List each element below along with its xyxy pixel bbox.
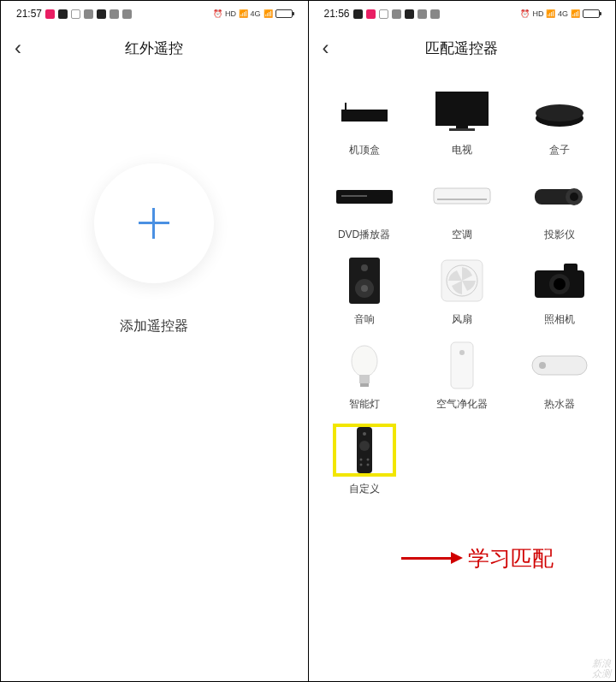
page-title: 匹配遥控器 <box>309 39 616 58</box>
app-icon <box>84 9 93 19</box>
device-label: 照相机 <box>544 312 575 327</box>
svg-point-33 <box>359 441 370 451</box>
signal-icon: 📶 4G <box>239 9 261 18</box>
status-bar: 21:56 ⏰ HD 📶 4G 📶 <box>309 1 616 27</box>
svg-rect-2 <box>435 92 489 126</box>
app-icon <box>405 9 414 19</box>
app-icon <box>110 9 119 19</box>
battery-icon <box>583 9 600 18</box>
device-label: 智能灯 <box>349 397 380 412</box>
device-label: 空调 <box>452 228 472 242</box>
svg-point-13 <box>570 193 578 201</box>
fan-icon <box>430 254 494 307</box>
svg-point-15 <box>361 264 368 271</box>
device-ac[interactable]: 空调 <box>413 163 511 247</box>
svg-point-37 <box>366 464 369 466</box>
svg-rect-25 <box>359 375 370 383</box>
svg-point-28 <box>459 350 465 355</box>
device-label: 电视 <box>452 143 472 157</box>
app-icon <box>122 9 132 19</box>
device-label: 投影仪 <box>544 228 575 242</box>
device-label: 音响 <box>354 312 375 327</box>
add-remote-label: 添加遥控器 <box>120 317 188 335</box>
svg-rect-26 <box>360 383 369 387</box>
dvd-icon <box>333 169 396 222</box>
svg-point-34 <box>359 459 362 461</box>
svg-point-30 <box>539 362 546 369</box>
device-settopbox[interactable]: 机顶盒 <box>316 78 413 163</box>
device-fan[interactable]: 风扇 <box>413 247 511 332</box>
annotation-arrow <box>401 557 453 560</box>
svg-rect-8 <box>341 195 367 197</box>
device-bulb[interactable]: 智能灯 <box>316 332 413 417</box>
svg-point-35 <box>366 459 369 461</box>
hd-icon: HD <box>225 9 236 18</box>
device-label: 风扇 <box>452 312 472 327</box>
app-icon <box>45 9 55 19</box>
status-time: 21:56 <box>324 8 350 20</box>
svg-point-36 <box>359 464 362 466</box>
device-speaker[interactable]: 音响 <box>316 247 413 332</box>
page-title: 红外遥控 <box>1 39 308 58</box>
svg-rect-27 <box>451 342 473 388</box>
app-icon <box>366 9 376 19</box>
speaker-icon <box>333 254 396 307</box>
back-button[interactable]: ‹ <box>15 38 21 58</box>
device-camera[interactable]: 照相机 <box>511 247 608 332</box>
phone-right: 21:56 ⏰ HD 📶 4G 📶 ‹ 匹配遥控器 <box>309 1 616 681</box>
svg-rect-4 <box>449 128 475 131</box>
app-icon <box>58 9 68 19</box>
wifi-icon: 📶 <box>571 9 580 18</box>
app-icon <box>392 9 401 19</box>
device-box[interactable]: 盒子 <box>511 78 608 163</box>
watermark: 新浪众测 <box>592 658 611 679</box>
projector-icon <box>528 169 591 222</box>
empty-cell <box>511 417 608 501</box>
wifi-icon: 📶 <box>264 9 273 18</box>
settopbox-icon <box>333 85 396 138</box>
remote-icon <box>333 424 396 477</box>
arrow-head-icon <box>451 552 463 564</box>
status-time: 21:57 <box>16 8 42 20</box>
device-tv[interactable]: 电视 <box>413 78 511 163</box>
airpurifier-icon <box>430 339 494 392</box>
app-icon <box>71 9 80 19</box>
tv-icon <box>430 85 494 138</box>
device-projector[interactable]: 投影仪 <box>511 163 608 247</box>
header: ‹ 匹配遥控器 <box>309 27 616 69</box>
bulb-icon <box>333 339 396 392</box>
app-icon <box>97 9 106 19</box>
device-label: 自定义 <box>349 482 380 496</box>
box-icon <box>528 85 591 138</box>
device-label: 盒子 <box>549 143 570 157</box>
device-label: 空气净化器 <box>436 397 488 412</box>
device-label: 机顶盒 <box>349 143 380 157</box>
svg-rect-9 <box>434 188 490 204</box>
empty-cell <box>413 417 511 501</box>
svg-point-32 <box>363 432 366 436</box>
svg-point-24 <box>352 346 377 377</box>
svg-rect-3 <box>456 126 468 128</box>
device-waterheater[interactable]: 热水器 <box>511 332 608 417</box>
app-icon <box>418 9 427 19</box>
device-custom[interactable]: 自定义 <box>316 417 413 501</box>
back-button[interactable]: ‹ <box>323 38 329 58</box>
svg-rect-0 <box>341 110 388 122</box>
svg-rect-1 <box>345 103 346 111</box>
app-icon <box>379 9 388 19</box>
camera-icon <box>528 254 591 307</box>
alarm-icon: ⏰ <box>213 9 222 18</box>
device-airpurifier[interactable]: 空气净化器 <box>413 332 511 417</box>
hd-icon: HD <box>532 9 543 18</box>
battery-icon <box>275 9 293 18</box>
device-grid: 机顶盒 电视 盒子 <box>309 69 616 510</box>
svg-rect-10 <box>437 199 487 200</box>
add-remote-button[interactable] <box>94 163 214 283</box>
device-label: 热水器 <box>544 397 575 412</box>
header: ‹ 红外遥控 <box>1 27 308 69</box>
status-bar: 21:57 ⏰ HD 📶 4G 📶 <box>1 1 308 27</box>
device-label: DVD播放器 <box>338 228 390 242</box>
svg-point-17 <box>361 285 368 292</box>
device-dvd[interactable]: DVD播放器 <box>316 163 413 247</box>
app-icon <box>353 9 363 19</box>
